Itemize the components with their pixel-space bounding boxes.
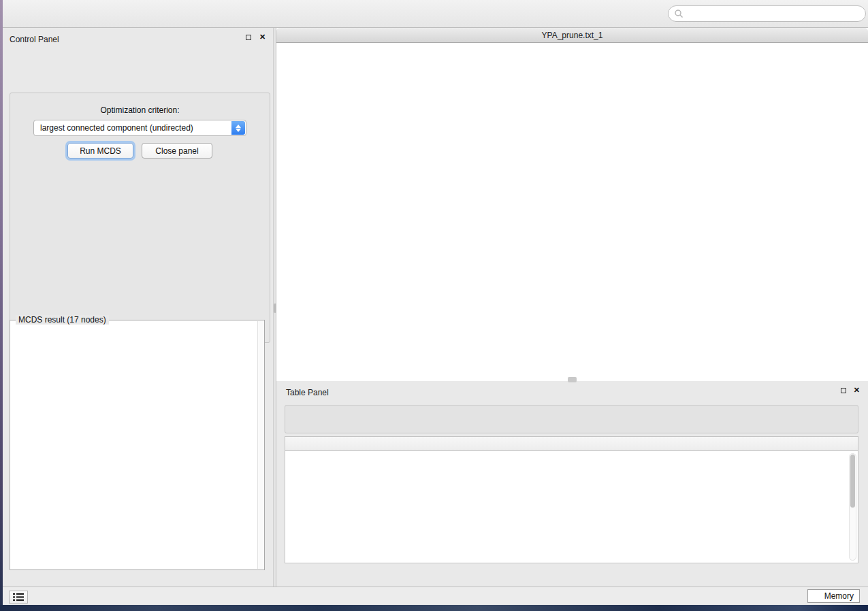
search-input[interactable] bbox=[684, 7, 865, 20]
table-scrollbar[interactable] bbox=[849, 453, 856, 561]
float-icon[interactable] bbox=[246, 33, 251, 42]
table-header-row bbox=[285, 437, 858, 451]
optimization-criterion-value: largest connected component (undirected) bbox=[40, 123, 193, 133]
mcds-result-title: MCDS result (17 nodes) bbox=[16, 315, 109, 325]
table-panel: Table Panel ✕ bbox=[276, 383, 868, 587]
network-window-title: YPA_prune.txt_1 bbox=[276, 31, 868, 40]
memory-button[interactable]: Memory bbox=[807, 589, 860, 603]
float-icon[interactable] bbox=[841, 386, 846, 395]
desktop-wallpaper-left bbox=[0, 0, 3, 611]
mcds-result-box: MCDS result (17 nodes) bbox=[10, 320, 265, 570]
desktop-wallpaper-bottom bbox=[0, 605, 868, 611]
table-panel-title: Table Panel bbox=[286, 388, 329, 397]
close-icon[interactable]: ✕ bbox=[854, 386, 860, 395]
network-canvas[interactable] bbox=[276, 43, 868, 381]
status-bar: Memory bbox=[3, 587, 868, 605]
run-mcds-button[interactable]: Run MCDS bbox=[67, 143, 133, 159]
optimization-criterion-label: Optimization criterion: bbox=[10, 105, 270, 115]
search-box[interactable] bbox=[668, 5, 866, 22]
optimization-criterion-select[interactable]: largest connected component (undirected) bbox=[33, 120, 246, 136]
search-icon bbox=[674, 9, 684, 18]
splitter-grip[interactable] bbox=[568, 377, 577, 382]
mcds-tab-content: Optimization criterion: largest connecte… bbox=[10, 93, 270, 343]
list-icon bbox=[13, 593, 24, 601]
panel-menu-button[interactable] bbox=[9, 591, 28, 604]
mcds-list-scrollbar[interactable] bbox=[257, 321, 263, 569]
select-stepper-icon bbox=[231, 121, 245, 135]
control-panel: Control Panel ✕ Optimization criterion: … bbox=[3, 28, 273, 587]
node-table bbox=[285, 436, 858, 563]
scrollbar-thumb[interactable] bbox=[850, 455, 855, 508]
mcds-result-list[interactable] bbox=[12, 326, 253, 568]
memory-status-icon bbox=[814, 593, 821, 600]
network-view-window: YPA_prune.txt_1 bbox=[276, 28, 868, 381]
network-window-titlebar[interactable]: YPA_prune.txt_1 bbox=[276, 28, 868, 43]
control-panel-title: Control Panel bbox=[10, 35, 59, 44]
close-icon[interactable]: ✕ bbox=[259, 33, 266, 42]
close-panel-button[interactable]: Close panel bbox=[142, 143, 212, 159]
memory-label: Memory bbox=[824, 591, 854, 601]
table-toolbar bbox=[285, 405, 858, 433]
